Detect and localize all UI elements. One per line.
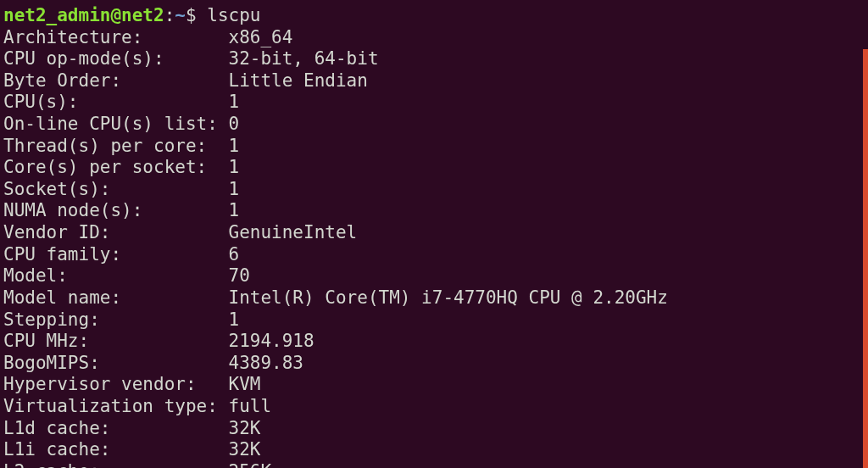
output-line: Architecture: x86_64 bbox=[3, 27, 868, 49]
output-value: 1 bbox=[229, 179, 240, 199]
prompt-user-host: net2_admin@net2 bbox=[3, 5, 164, 25]
output-label: Socket(s): bbox=[3, 179, 229, 199]
output-line: NUMA node(s): 1 bbox=[3, 200, 868, 222]
output-value: 70 bbox=[229, 265, 250, 286]
output-label: NUMA node(s): bbox=[3, 200, 229, 220]
output-label: Core(s) per socket: bbox=[3, 157, 229, 177]
output-value: 2194.918 bbox=[229, 331, 314, 351]
output-line: Virtualization type: full bbox=[3, 396, 868, 418]
terminal[interactable]: net2_admin@net2:~$ lscpu Architecture: x… bbox=[3, 5, 868, 468]
output-value: Little Endian bbox=[229, 70, 368, 91]
output-label: Vendor ID: bbox=[3, 222, 229, 242]
output-value: 1 bbox=[229, 309, 240, 330]
output-label: On-line CPU(s) list: bbox=[3, 114, 229, 134]
output-value: 32K bbox=[229, 418, 261, 438]
output-line: Byte Order: Little Endian bbox=[3, 70, 868, 92]
output-label: Stepping: bbox=[3, 309, 229, 330]
output-value: 256K bbox=[229, 461, 272, 468]
output-label: CPU family: bbox=[3, 244, 229, 265]
output-value: full bbox=[229, 396, 272, 416]
output-value: 1 bbox=[229, 136, 240, 156]
output-value: 1 bbox=[229, 157, 240, 177]
output-line: L2 cache: 256K bbox=[3, 461, 868, 468]
output-line: Stepping: 1 bbox=[3, 309, 868, 332]
output-label: CPU MHz: bbox=[3, 331, 229, 351]
output-label: L1i cache: bbox=[3, 439, 229, 460]
output-container: Architecture: x86_64CPU op-mode(s): 32-b… bbox=[3, 27, 868, 468]
output-value: Intel(R) Core(TM) i7-4770HQ CPU @ 2.20GH… bbox=[229, 287, 668, 308]
prompt-path: ~ bbox=[175, 5, 186, 25]
output-line: CPU(s): 1 bbox=[3, 92, 868, 114]
output-label: CPU op-mode(s): bbox=[3, 48, 229, 69]
output-label: Model: bbox=[3, 265, 229, 286]
output-value: 32K bbox=[229, 439, 261, 460]
output-line: L1d cache: 32K bbox=[3, 418, 868, 440]
output-line: Thread(s) per core: 1 bbox=[3, 136, 868, 158]
output-label: Hypervisor vendor: bbox=[3, 374, 229, 394]
output-line: CPU MHz: 2194.918 bbox=[3, 331, 868, 353]
output-label: Byte Order: bbox=[3, 70, 229, 91]
output-value: 4389.83 bbox=[229, 353, 304, 373]
prompt-colon: : bbox=[164, 5, 175, 25]
output-label: L1d cache: bbox=[3, 418, 229, 438]
output-line: On-line CPU(s) list: 0 bbox=[3, 114, 868, 136]
output-label: Architecture: bbox=[3, 27, 229, 47]
output-line: L1i cache: 32K bbox=[3, 439, 868, 461]
output-line: Socket(s): 1 bbox=[3, 179, 868, 201]
output-label: L2 cache: bbox=[3, 461, 229, 468]
output-line: Vendor ID: GenuineIntel bbox=[3, 222, 868, 244]
output-value: 1 bbox=[229, 92, 240, 112]
output-label: Thread(s) per core: bbox=[3, 136, 229, 156]
output-value: GenuineIntel bbox=[229, 222, 358, 242]
output-value: x86_64 bbox=[229, 27, 293, 47]
output-value: 0 bbox=[229, 114, 240, 134]
output-line: Model name: Intel(R) Core(TM) i7-4770HQ … bbox=[3, 287, 868, 309]
prompt-dollar: $ bbox=[186, 5, 207, 25]
output-line: Model: 70 bbox=[3, 265, 868, 287]
output-line: Hypervisor vendor: KVM bbox=[3, 374, 868, 396]
output-value: KVM bbox=[229, 374, 261, 394]
command-text: lscpu bbox=[207, 5, 260, 25]
output-value: 32-bit, 64-bit bbox=[229, 48, 379, 69]
output-value: 6 bbox=[229, 244, 240, 265]
output-line: Core(s) per socket: 1 bbox=[3, 157, 868, 179]
output-line: CPU family: 6 bbox=[3, 244, 868, 266]
right-edge-bar bbox=[863, 49, 868, 468]
output-line: BogoMIPS: 4389.83 bbox=[3, 353, 868, 375]
output-line: CPU op-mode(s): 32-bit, 64-bit bbox=[3, 48, 868, 70]
output-label: Model name: bbox=[3, 287, 229, 308]
output-label: BogoMIPS: bbox=[3, 353, 229, 373]
prompt-line: net2_admin@net2:~$ lscpu bbox=[3, 5, 868, 27]
output-label: CPU(s): bbox=[3, 92, 229, 112]
output-value: 1 bbox=[229, 200, 240, 220]
output-label: Virtualization type: bbox=[3, 396, 229, 416]
